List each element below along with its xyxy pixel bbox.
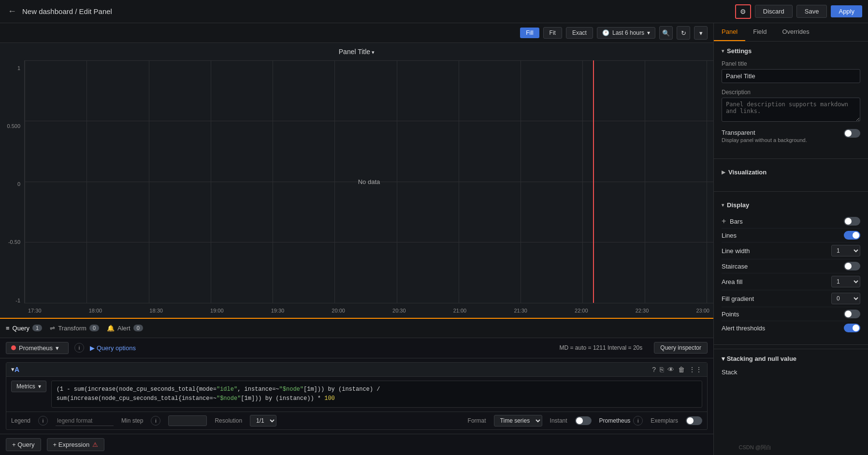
display-header[interactable]: ▾ Display (722, 201, 860, 209)
right-panel: Panel Field Overrides ▾ Settings Panel t… (713, 23, 868, 455)
code-line-1: (1 - sum(increase(node_cpu_seconds_total… (57, 385, 697, 394)
discard-button[interactable]: Discard (755, 5, 793, 18)
x-label-5: 19:30 (271, 308, 285, 313)
line-width-select[interactable]: 1 2 3 (831, 245, 860, 256)
resolution-label: Resolution (215, 417, 242, 424)
save-button[interactable]: Save (796, 5, 827, 18)
metrics-label: Metrics (16, 383, 35, 390)
back-button[interactable]: ← (6, 4, 18, 18)
left-panel: Fill Fit Exact 🕐 Last 6 hours ▾ 🔍 ↻ ▾ Pa… (0, 23, 713, 455)
tab-panel[interactable]: Panel (714, 23, 745, 41)
staircase-toggle[interactable] (844, 262, 860, 270)
tab-alert[interactable]: 🔔 Alert 0 (107, 319, 151, 338)
query-section: Prometheus ▾ i ▶ Query options MD = auto… (0, 338, 713, 434)
exact-button[interactable]: Exact (566, 27, 593, 39)
format-select[interactable]: Time series (494, 415, 542, 427)
add-expression-button[interactable]: + Expression ⚠ (47, 438, 105, 451)
no-data-label: No data (358, 178, 380, 185)
alert-thresholds-label: Alert thresholds (722, 325, 765, 332)
transform-tab-badge: 0 (89, 325, 99, 331)
x-label-3: 18:30 (149, 308, 163, 313)
x-label-12: 23:00 (696, 308, 709, 313)
x-label-7: 20:30 (392, 308, 406, 313)
time-range-label: Last 6 hours (612, 29, 644, 36)
tab-transform[interactable]: ⇌ Transform 0 (50, 319, 107, 338)
exemplars-toggle[interactable] (686, 416, 702, 425)
tab-query[interactable]: ≡ Query 1 (6, 319, 50, 338)
area-fill-select[interactable]: 1 0 (831, 276, 860, 287)
resolution-select[interactable]: 1/1 (250, 415, 276, 427)
query-inspector-button[interactable]: Query inspector (654, 342, 708, 354)
query-icon: ≡ (6, 325, 10, 332)
min-step-info-button[interactable]: i (151, 416, 160, 426)
transform-tab-label: Transform (58, 325, 87, 332)
more-options-button[interactable]: ▾ (694, 26, 708, 40)
datasource-selector[interactable]: Prometheus ▾ (6, 342, 69, 354)
right-panel-tabs: Panel Field Overrides (714, 23, 868, 42)
visualization-title: Visualization (728, 169, 767, 176)
y-label-5: -1 (15, 298, 20, 303)
stack-row: Stack (722, 366, 860, 378)
panel-title-input[interactable] (722, 69, 860, 83)
legend-label: Legend (11, 417, 30, 424)
query-eye-icon[interactable]: 👁 (667, 366, 674, 373)
legend-input[interactable] (56, 416, 114, 426)
description-textarea[interactable] (722, 98, 860, 122)
time-range-button[interactable]: 🕐 Last 6 hours ▾ (597, 27, 655, 39)
stacking-header[interactable]: ▾ Stacking and null value (722, 355, 860, 362)
points-toggle[interactable] (844, 310, 860, 318)
fit-button[interactable]: Fit (543, 27, 562, 39)
min-step-label: Min step (121, 417, 143, 424)
points-label: Points (722, 311, 739, 318)
add-query-button[interactable]: + Query (6, 438, 41, 451)
tab-overrides[interactable]: Overrides (774, 23, 817, 41)
settings-section: ▾ Settings Panel title Description Trans… (714, 42, 868, 155)
query-header: Prometheus ▾ i ▶ Query options MD = auto… (0, 338, 713, 358)
lines-toggle[interactable] (844, 231, 860, 240)
visualization-section: ▶ Visualization (714, 163, 868, 187)
chevron-down-icon: ▾ (647, 29, 650, 36)
settings-button[interactable]: ⚙ (735, 4, 751, 19)
alert-thresholds-toggle[interactable] (844, 324, 860, 332)
query-delete-icon[interactable]: 🗑 (678, 366, 685, 373)
y-label-2: 0.500 (7, 123, 20, 129)
query-info-button[interactable]: i (74, 343, 84, 353)
stacking-chevron-icon: ▾ (722, 355, 725, 362)
chart-toolbar: Fill Fit Exact 🕐 Last 6 hours ▾ 🔍 ↻ ▾ (0, 23, 713, 43)
x-label-6: 20:00 (332, 308, 345, 313)
lines-label: Lines (722, 232, 737, 239)
settings-header[interactable]: ▾ Settings (722, 47, 860, 55)
tab-field[interactable]: Field (745, 23, 774, 41)
settings-title: Settings (727, 47, 752, 55)
zoom-button[interactable]: 🔍 (659, 26, 673, 40)
bottom-bar: + Query + Expression ⚠ (0, 434, 713, 455)
visualization-chevron-icon: ▶ (722, 170, 725, 175)
apply-button[interactable]: Apply (831, 5, 862, 17)
transparent-info: Transparent Display panel without a back… (722, 129, 844, 143)
format-label: Format (468, 417, 486, 424)
min-step-input[interactable] (168, 415, 207, 426)
query-copy-icon[interactable]: ⎘ (660, 366, 664, 373)
alert-thresholds-row: Alert thresholds (722, 321, 860, 335)
code-editor[interactable]: (1 - sum(increase(node_cpu_seconds_total… (51, 381, 702, 408)
transparent-toggle[interactable] (844, 129, 860, 138)
metrics-selector[interactable]: Metrics ▾ (11, 381, 46, 392)
query-options-button[interactable]: ▶ Query options (90, 344, 136, 352)
chart-title[interactable]: Panel Title (0, 43, 713, 60)
chart-container: Panel Title 1 0.500 0 -0.50 -1 (0, 43, 713, 318)
query-help-icon[interactable]: ? (652, 366, 656, 373)
fill-button[interactable]: Fill (520, 28, 539, 38)
visualization-header[interactable]: ▶ Visualization (722, 169, 860, 176)
instant-toggle[interactable] (575, 416, 592, 425)
y-axis: 1 0.500 0 -0.50 -1 (0, 60, 24, 303)
datasource-name: Prometheus (19, 344, 53, 352)
refresh-button[interactable]: ↻ (677, 26, 690, 40)
transparent-row: Transparent Display panel without a back… (722, 129, 860, 143)
fill-gradient-select[interactable]: 0 1 (831, 293, 860, 304)
datasource-badge-info[interactable]: i (633, 416, 643, 426)
query-drag-icon[interactable]: ⋮⋮ (689, 366, 702, 373)
x-label-9: 21:30 (514, 308, 527, 313)
bars-toggle[interactable] (844, 217, 860, 226)
legend-info-button[interactable]: i (38, 416, 48, 426)
panel-title-label: Panel title (722, 60, 860, 67)
